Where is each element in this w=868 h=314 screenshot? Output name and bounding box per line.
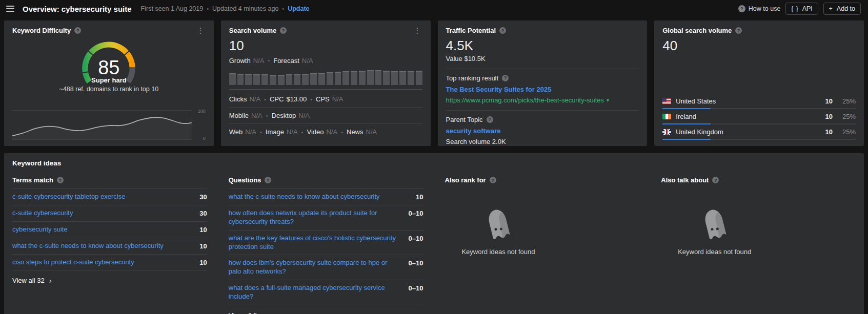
metric-value: $13.00 — [286, 95, 307, 103]
separator-dot: • — [282, 6, 284, 12]
country-flag-icon — [662, 114, 671, 119]
divider — [446, 69, 639, 69]
keyword-volume: 10 — [199, 258, 207, 266]
api-button[interactable]: { } API — [785, 3, 818, 15]
country-progress-track — [662, 139, 856, 140]
chevron-right-icon: › — [49, 277, 52, 284]
keyword-link[interactable]: ciso steps to protect c-suite cybersecur… — [12, 258, 192, 267]
add-to-button[interactable]: + Add to — [823, 3, 861, 15]
also-rank-for-column: Also rank for ? Keyword ideas not found — [445, 176, 640, 314]
country-share: 25% — [837, 113, 856, 120]
country-progress-fill — [662, 139, 711, 140]
keyword-link[interactable]: what the c-suite needs to know about cyb… — [229, 193, 409, 201]
keyword-link[interactable]: c-suite cybersecurity tabletop exercise — [12, 193, 192, 201]
volume-bar — [294, 74, 300, 85]
metric-label: CPS — [316, 95, 330, 103]
parent-topic-help-icon[interactable]: ? — [487, 116, 493, 123]
keyword-row: how often does netwrix update its produc… — [229, 205, 423, 231]
terms-match-view-all[interactable]: View all 32 › — [12, 277, 52, 284]
kd-difficulty-note: ~488 ref. domains to rank in top 10 — [12, 86, 206, 93]
volume-bar — [253, 74, 260, 85]
update-link[interactable]: Update — [288, 5, 309, 12]
terms-match-column: Terms match ? c-suite cybersecurity tabl… — [12, 176, 207, 314]
metric-value: N/A — [326, 128, 337, 136]
parent-topic-link[interactable]: security software — [446, 127, 639, 135]
updated-text: Updated 4 minutes ago — [212, 5, 278, 12]
metric-value: N/A — [253, 57, 265, 65]
metric-value: N/A — [366, 128, 377, 136]
top-ranking-help-icon[interactable]: ? — [502, 75, 509, 81]
traffic-potential-card: Traffic Potential ? 4.5K Value $10.5K To… — [438, 20, 648, 146]
volume-bar — [408, 71, 414, 85]
question-icon: ? — [738, 5, 745, 12]
volume-bar — [416, 71, 422, 85]
country-share: 25% — [837, 97, 856, 105]
separator-dot: • — [301, 129, 304, 135]
chevron-down-icon: ▾ — [607, 97, 609, 103]
empty-state-text: Keyword ideas not found — [678, 248, 751, 256]
top-ranking-result-link[interactable]: The Best Security Suites for 2025 — [446, 86, 639, 93]
empty-state: Keyword ideas not found — [445, 204, 552, 256]
metric-label: News — [347, 128, 364, 136]
metric-value: N/A — [302, 57, 313, 65]
keyword-volume: 10 — [416, 193, 423, 201]
keyword-difficulty-help-icon[interactable]: ? — [74, 27, 81, 34]
card-title: Search volume — [229, 27, 277, 34]
keyword-row: what the c-suite needs to know about cyb… — [229, 189, 423, 205]
keyword-link[interactable]: c-suite cybersecurity — [12, 209, 192, 218]
keyword-link[interactable]: what does a full-suite managed cybersecu… — [229, 284, 401, 301]
keyword-volume: 10 — [199, 225, 207, 234]
global-volume-help-icon[interactable]: ? — [735, 27, 742, 34]
terms-match-help-icon[interactable]: ? — [57, 177, 64, 183]
search-volume-bar-chart — [229, 70, 422, 85]
questions-header: Questions — [229, 176, 261, 184]
kd-history-line — [12, 111, 192, 139]
url-text: https://www.pcmag.com/picks/the-best-sec… — [446, 96, 604, 104]
ghost-icon — [479, 204, 517, 242]
card-title: Global search volume — [662, 27, 732, 34]
volume-bar — [237, 74, 244, 85]
terms-match-header: Terms match — [12, 176, 53, 184]
keyword-link[interactable]: cybersecurity suite — [12, 225, 192, 234]
volume-bar — [391, 71, 398, 85]
country-name: United States — [676, 97, 716, 105]
keyword-link[interactable]: what are the key features of cisco's hol… — [229, 234, 401, 252]
kebab-menu-icon[interactable]: ⋮ — [196, 27, 206, 34]
search-volume-help-icon[interactable]: ? — [280, 27, 287, 34]
view-all-label: View all 5 — [229, 311, 257, 314]
questions-view-all[interactable]: View all 5 › — [229, 311, 264, 314]
also-rank-for-header: Also rank for — [445, 176, 486, 184]
sv-metrics: ClicksN/A•CPC$13.00•CPSN/AMobileN/A•Desk… — [229, 91, 422, 140]
first-seen-text: First seen 1 Aug 2019 — [141, 5, 204, 12]
traffic-potential-value: 4.5K — [446, 38, 639, 54]
keyword-link[interactable]: what the c-suite needs to know about cyb… — [12, 242, 192, 250]
how-to-use-button[interactable]: ? How to use — [738, 5, 781, 12]
traffic-potential-help-icon[interactable]: ? — [499, 27, 506, 34]
kebab-menu-icon[interactable]: ⋮ — [413, 27, 422, 34]
also-talk-about-help-icon[interactable]: ? — [712, 177, 719, 183]
country-flag-icon — [662, 98, 671, 104]
sv-metric-row: WebN/A•ImageN/A•VideoN/A•NewsN/A — [229, 123, 422, 140]
questions-help-icon[interactable]: ? — [265, 177, 271, 183]
view-all-label: View all 32 — [12, 277, 45, 284]
also-rank-for-help-icon[interactable]: ? — [490, 177, 496, 183]
sv-growth-line: GrowthN/A•ForecastN/A — [229, 57, 422, 65]
keyword-link[interactable]: how often does netwrix update its produc… — [229, 209, 401, 226]
volume-bar — [302, 74, 309, 85]
sv-metric-row: MobileN/A•DesktopN/A — [229, 107, 422, 123]
separator-dot: • — [266, 113, 268, 119]
top-ranking-url[interactable]: https://www.pcmag.com/picks/the-best-sec… — [446, 96, 639, 104]
volume-bar — [310, 73, 317, 85]
menu-icon[interactable] — [6, 6, 14, 12]
volume-bar — [327, 72, 333, 85]
keyword-volume: 0–10 — [409, 259, 423, 267]
metric-label: Clicks — [229, 95, 247, 103]
country-row: United States 10 25% — [662, 94, 856, 109]
metric-value: N/A — [298, 112, 310, 119]
volume-bar — [367, 70, 374, 85]
keyword-link[interactable]: how does ibm's cybersecurity suite compa… — [229, 259, 401, 276]
topbar: Overview: cybersecurity suite First seen… — [0, 0, 868, 17]
questions-rows: what the c-suite needs to know about cyb… — [229, 189, 423, 305]
metric-label: Web — [229, 128, 243, 136]
parent-topic-label: Parent Topic — [446, 116, 483, 123]
